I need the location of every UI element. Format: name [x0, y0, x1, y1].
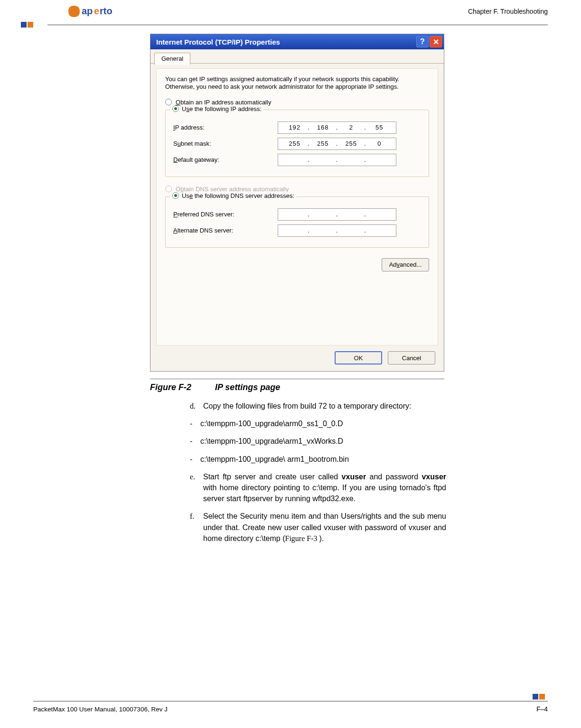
footer-left: PacketMax 100 User Manual, 10007306, Rev… — [33, 706, 168, 713]
header-decoration — [21, 22, 33, 28]
intro-text: You can get IP settings assigned automat… — [165, 75, 429, 91]
header-rule — [47, 25, 548, 25]
default-gateway-input[interactable]: . . . — [278, 154, 396, 166]
step-d-letter: d. — [190, 401, 203, 411]
alternate-dns-input[interactable]: . . . — [278, 224, 396, 237]
tab-strip: General — [150, 49, 444, 64]
close-icon: ✕ — [433, 37, 439, 47]
ok-button[interactable]: OK — [335, 351, 382, 364]
aperto-logo: ap e rto — [66, 4, 122, 19]
step-d-text: Copy the following files from build 72 t… — [203, 401, 446, 411]
subnet-mask-label: Subnet mask:Subnet mask: — [173, 140, 278, 147]
radio-obtain-ip[interactable]: OObtain an IP address automaticallybtain… — [165, 99, 429, 106]
ip-address-input[interactable]: 192. 168. 2. 55 — [278, 121, 396, 134]
svg-text:ap: ap — [82, 6, 93, 16]
close-button[interactable]: ✕ — [430, 36, 442, 47]
radio-label: OObtain an IP address automaticallybtain… — [176, 99, 271, 106]
cancel-button[interactable]: Cancel — [388, 351, 435, 364]
ip-address-label: IP address:IP address: — [173, 124, 278, 131]
help-icon: ? — [420, 37, 425, 46]
step-e-text: Start ftp server and create user called … — [203, 471, 446, 504]
bullet-1: c:\temppm-100_upgrade\arm0_ss1_0_0.D — [200, 418, 343, 429]
step-f-text: Select the Security menu item and than U… — [203, 511, 446, 544]
body-text: d. Copy the following files from build 7… — [190, 401, 446, 551]
radio-obtain-dns: Obtain DNS server address automaticallyO… — [165, 186, 429, 193]
radio-label: Obtain DNS server address automaticallyO… — [176, 186, 289, 193]
dialog-titlebar: Internet Protocol (TCP/IP) Properties ? … — [150, 34, 444, 49]
svg-text:e: e — [94, 6, 99, 16]
footer-page-number: F–4 — [536, 705, 548, 713]
alternate-dns-label: Alternate DNS server:Alternate DNS serve… — [173, 227, 278, 234]
page-header: ap e rto Chapter F. Troubleshooting — [0, 0, 581, 28]
figure-caption: Figure F-2IP settings page — [150, 383, 280, 392]
figure-caption-rule — [150, 379, 444, 379]
radio-icon — [165, 99, 172, 105]
ip-group: Use the following IP address:Use the fol… — [165, 110, 429, 177]
step-f-letter: f. — [190, 511, 203, 544]
dns-group: Use the following DNS server addresses:U… — [165, 196, 429, 248]
radio-label: Use the following IP address:Use the fol… — [182, 105, 262, 112]
radio-icon — [165, 186, 172, 192]
footer-rule — [33, 701, 548, 701]
tcpip-properties-dialog: Internet Protocol (TCP/IP) Properties ? … — [150, 34, 444, 372]
dialog-title: Internet Protocol (TCP/IP) Properties — [156, 38, 280, 46]
svg-text:rto: rto — [100, 6, 112, 16]
general-panel: You can get IP settings assigned automat… — [156, 68, 438, 345]
radio-use-ip[interactable]: Use the following IP address:Use the fol… — [170, 105, 263, 112]
step-e-letter: e. — [190, 471, 203, 504]
radio-use-dns[interactable]: Use the following DNS server addresses:U… — [170, 192, 296, 199]
help-button[interactable]: ? — [416, 36, 429, 47]
default-gateway-label: Default gateway:Default gateway: — [173, 156, 278, 163]
preferred-dns-label: Preferred DNS server:Preferred DNS serve… — [173, 211, 278, 218]
chapter-label: Chapter F. Troubleshooting — [468, 8, 548, 15]
radio-icon — [172, 192, 179, 199]
footer-decoration — [533, 694, 545, 700]
radio-label: Use the following DNS server addresses:U… — [182, 192, 294, 199]
advanced-button[interactable]: Advanced...Advanced... — [382, 258, 429, 271]
bullet-2: c:\temppm-100_upgrade\arm1_vxWorks.D — [200, 436, 343, 447]
tab-general[interactable]: General — [154, 53, 190, 65]
figure-f3-reference: Figure F-3 — [285, 534, 319, 542]
bullet-3: c:\temppm-100_upgrade\ arm1_bootrom.bin — [200, 454, 349, 465]
preferred-dns-input[interactable]: . . . — [278, 208, 396, 221]
radio-icon — [172, 105, 179, 112]
subnet-mask-input[interactable]: 255. 255. 255. 0 — [278, 138, 396, 150]
